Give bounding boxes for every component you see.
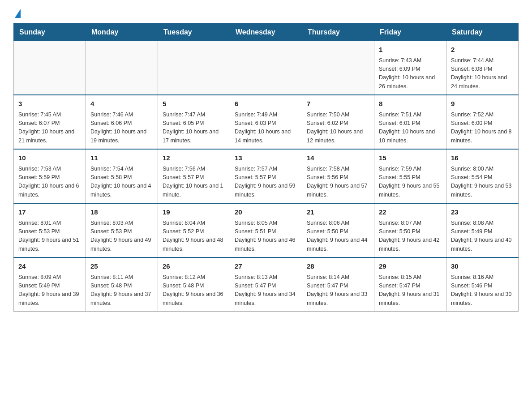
calendar-cell: 16Sunrise: 8:00 AM Sunset: 5:54 PM Dayli…: [446, 149, 519, 203]
day-number: 1: [379, 45, 442, 55]
day-number: 19: [163, 207, 225, 218]
day-number: 30: [451, 261, 514, 272]
day-info: Sunrise: 8:16 AM Sunset: 5:46 PM Dayligh…: [451, 273, 514, 308]
day-number: 23: [451, 207, 514, 218]
day-info: Sunrise: 7:47 AM Sunset: 6:05 PM Dayligh…: [163, 111, 225, 146]
day-info: Sunrise: 7:59 AM Sunset: 5:55 PM Dayligh…: [379, 165, 442, 200]
day-number: 27: [235, 261, 297, 272]
calendar-cell: 13Sunrise: 7:57 AM Sunset: 5:57 PM Dayli…: [230, 149, 302, 203]
calendar-cell: 6Sunrise: 7:49 AM Sunset: 6:03 PM Daylig…: [230, 95, 302, 149]
calendar-cell: 18Sunrise: 8:03 AM Sunset: 5:53 PM Dayli…: [86, 203, 158, 257]
calendar-cell: 20Sunrise: 8:05 AM Sunset: 5:51 PM Dayli…: [230, 203, 302, 257]
calendar-header-row: SundayMondayTuesdayWednesdayThursdayFrid…: [14, 24, 519, 41]
calendar-cell: 15Sunrise: 7:59 AM Sunset: 5:55 PM Dayli…: [374, 149, 446, 203]
calendar-cell: 23Sunrise: 8:08 AM Sunset: 5:49 PM Dayli…: [446, 203, 519, 257]
day-info: Sunrise: 7:43 AM Sunset: 6:09 PM Dayligh…: [379, 56, 442, 91]
day-info: Sunrise: 8:09 AM Sunset: 5:49 PM Dayligh…: [18, 273, 81, 308]
header-wednesday: Wednesday: [230, 24, 302, 41]
day-number: 15: [379, 153, 442, 163]
day-info: Sunrise: 8:01 AM Sunset: 5:53 PM Dayligh…: [18, 219, 81, 254]
calendar-cell: [230, 41, 302, 95]
day-number: 13: [235, 153, 297, 163]
calendar-cell: 24Sunrise: 8:09 AM Sunset: 5:49 PM Dayli…: [14, 257, 86, 312]
calendar-cell: 21Sunrise: 8:06 AM Sunset: 5:50 PM Dayli…: [302, 203, 374, 257]
day-info: Sunrise: 8:04 AM Sunset: 5:52 PM Dayligh…: [163, 219, 225, 254]
calendar-table: SundayMondayTuesdayWednesdayThursdayFrid…: [13, 23, 519, 312]
calendar-cell: 30Sunrise: 8:16 AM Sunset: 5:46 PM Dayli…: [446, 257, 519, 312]
day-number: 22: [379, 207, 442, 218]
header-thursday: Thursday: [302, 24, 374, 41]
day-number: 16: [451, 153, 514, 163]
day-info: Sunrise: 8:12 AM Sunset: 5:48 PM Dayligh…: [163, 273, 225, 308]
calendar-cell: [302, 41, 374, 95]
calendar-cell: 28Sunrise: 8:14 AM Sunset: 5:47 PM Dayli…: [302, 257, 374, 312]
calendar-cell: 17Sunrise: 8:01 AM Sunset: 5:53 PM Dayli…: [14, 203, 86, 257]
calendar-cell: 22Sunrise: 8:07 AM Sunset: 5:50 PM Dayli…: [374, 203, 446, 257]
calendar-cell: 14Sunrise: 7:58 AM Sunset: 5:56 PM Dayli…: [302, 149, 374, 203]
day-number: 20: [235, 207, 297, 218]
day-info: Sunrise: 8:03 AM Sunset: 5:53 PM Dayligh…: [90, 219, 153, 254]
day-number: 3: [18, 99, 81, 109]
day-number: 11: [90, 153, 153, 163]
day-info: Sunrise: 8:06 AM Sunset: 5:50 PM Dayligh…: [307, 219, 369, 254]
page-header: [13, 9, 519, 19]
day-info: Sunrise: 8:07 AM Sunset: 5:50 PM Dayligh…: [379, 219, 442, 254]
day-info: Sunrise: 7:52 AM Sunset: 6:00 PM Dayligh…: [451, 111, 514, 146]
calendar-cell: 10Sunrise: 7:53 AM Sunset: 5:59 PM Dayli…: [14, 149, 86, 203]
calendar-cell: 8Sunrise: 7:51 AM Sunset: 6:01 PM Daylig…: [374, 95, 446, 149]
logo-triangle-icon: [15, 9, 21, 18]
day-number: 4: [90, 99, 153, 109]
day-number: 26: [163, 261, 225, 272]
calendar-cell: [86, 41, 158, 95]
day-info: Sunrise: 7:50 AM Sunset: 6:02 PM Dayligh…: [307, 111, 369, 146]
day-number: 21: [307, 207, 369, 218]
day-number: 7: [307, 99, 369, 109]
calendar-week-row: 10Sunrise: 7:53 AM Sunset: 5:59 PM Dayli…: [14, 149, 519, 203]
day-info: Sunrise: 7:53 AM Sunset: 5:59 PM Dayligh…: [18, 165, 81, 200]
header-saturday: Saturday: [446, 24, 519, 41]
day-number: 25: [90, 261, 153, 272]
calendar-cell: 27Sunrise: 8:13 AM Sunset: 5:47 PM Dayli…: [230, 257, 302, 312]
day-info: Sunrise: 7:51 AM Sunset: 6:01 PM Dayligh…: [379, 111, 442, 146]
day-number: 18: [90, 207, 153, 218]
day-info: Sunrise: 7:46 AM Sunset: 6:06 PM Dayligh…: [90, 111, 153, 146]
day-info: Sunrise: 7:58 AM Sunset: 5:56 PM Dayligh…: [307, 165, 369, 200]
calendar-cell: 7Sunrise: 7:50 AM Sunset: 6:02 PM Daylig…: [302, 95, 374, 149]
day-number: 9: [451, 99, 514, 109]
day-number: 28: [307, 261, 369, 272]
day-info: Sunrise: 8:00 AM Sunset: 5:54 PM Dayligh…: [451, 165, 514, 200]
day-number: 5: [163, 99, 225, 109]
header-monday: Monday: [86, 24, 158, 41]
logo: [13, 9, 21, 19]
calendar-cell: [14, 41, 86, 95]
day-info: Sunrise: 8:05 AM Sunset: 5:51 PM Dayligh…: [235, 219, 297, 254]
calendar-cell: 29Sunrise: 8:15 AM Sunset: 5:47 PM Dayli…: [374, 257, 446, 312]
calendar-cell: 3Sunrise: 7:45 AM Sunset: 6:07 PM Daylig…: [14, 95, 86, 149]
day-number: 12: [163, 153, 225, 163]
calendar-cell: 25Sunrise: 8:11 AM Sunset: 5:48 PM Dayli…: [86, 257, 158, 312]
day-info: Sunrise: 7:54 AM Sunset: 5:58 PM Dayligh…: [90, 165, 153, 200]
calendar-cell: 26Sunrise: 8:12 AM Sunset: 5:48 PM Dayli…: [158, 257, 230, 312]
day-info: Sunrise: 8:15 AM Sunset: 5:47 PM Dayligh…: [379, 273, 442, 308]
day-number: 17: [18, 207, 81, 218]
day-info: Sunrise: 8:13 AM Sunset: 5:47 PM Dayligh…: [235, 273, 297, 308]
calendar-week-row: 17Sunrise: 8:01 AM Sunset: 5:53 PM Dayli…: [14, 203, 519, 257]
calendar-cell: 4Sunrise: 7:46 AM Sunset: 6:06 PM Daylig…: [86, 95, 158, 149]
day-info: Sunrise: 7:49 AM Sunset: 6:03 PM Dayligh…: [235, 111, 297, 146]
day-number: 10: [18, 153, 81, 163]
calendar-week-row: 3Sunrise: 7:45 AM Sunset: 6:07 PM Daylig…: [14, 95, 519, 149]
day-number: 6: [235, 99, 297, 109]
day-number: 8: [379, 99, 442, 109]
calendar-week-row: 24Sunrise: 8:09 AM Sunset: 5:49 PM Dayli…: [14, 257, 519, 312]
calendar-cell: 11Sunrise: 7:54 AM Sunset: 5:58 PM Dayli…: [86, 149, 158, 203]
calendar-cell: [158, 41, 230, 95]
header-tuesday: Tuesday: [158, 24, 230, 41]
day-number: 2: [451, 45, 514, 55]
day-info: Sunrise: 7:56 AM Sunset: 5:57 PM Dayligh…: [163, 165, 225, 200]
calendar-cell: 9Sunrise: 7:52 AM Sunset: 6:00 PM Daylig…: [446, 95, 519, 149]
header-friday: Friday: [374, 24, 446, 41]
day-number: 29: [379, 261, 442, 272]
day-info: Sunrise: 8:11 AM Sunset: 5:48 PM Dayligh…: [90, 273, 153, 308]
calendar-week-row: 1Sunrise: 7:43 AM Sunset: 6:09 PM Daylig…: [14, 41, 519, 95]
calendar-cell: 1Sunrise: 7:43 AM Sunset: 6:09 PM Daylig…: [374, 41, 446, 95]
